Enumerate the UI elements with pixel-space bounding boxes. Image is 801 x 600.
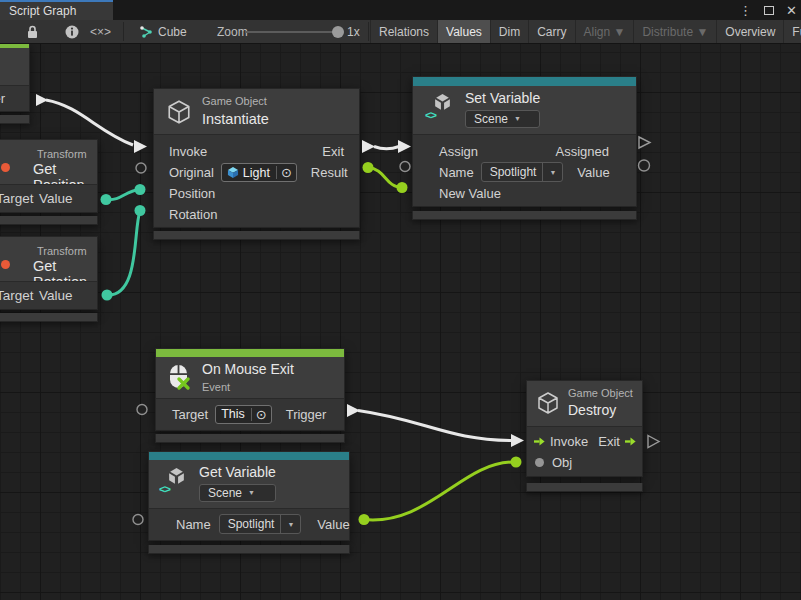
node-title: Get Variable xyxy=(199,464,276,482)
maximize-icon[interactable] xyxy=(764,6,774,15)
node-footer xyxy=(526,483,643,492)
node-category: Game Object xyxy=(568,387,633,400)
name-input-port[interactable] xyxy=(400,162,410,172)
name-input-port[interactable] xyxy=(133,515,143,525)
value-output-label: Value xyxy=(39,288,73,303)
toolbar-button-fullscreen[interactable]: Full Screen xyxy=(783,20,801,43)
node-row: Trigger xyxy=(0,85,29,111)
rotation-input-port[interactable] xyxy=(135,205,146,216)
node-get-rotation[interactable]: Transform Get Rotation Target Value xyxy=(0,236,98,322)
node-destroy[interactable]: Game Object Destroy Invoke Exit xyxy=(526,380,643,492)
result-output-label: Result xyxy=(311,165,348,180)
trigger-output-label: Trigger xyxy=(286,407,327,422)
node-title: On Mouse Exit xyxy=(202,361,294,379)
node-row: Assign Assigned xyxy=(413,141,636,162)
node-header: Transform Get Rotation xyxy=(0,237,97,281)
node-row: Rotation xyxy=(154,204,359,225)
game-object-cube-icon xyxy=(536,391,560,415)
variable-name-dropdown[interactable]: Spotlight ▼ xyxy=(219,514,302,534)
position-input-port[interactable] xyxy=(135,184,146,195)
node-footer xyxy=(412,211,637,220)
variable-scope-dropdown[interactable]: Scene ▼ xyxy=(465,110,540,128)
object-field-this[interactable]: This ⊙ xyxy=(215,405,272,424)
toolbar-button-carry[interactable]: Carry xyxy=(528,20,574,43)
node-event-fragment[interactable]: Trigger xyxy=(0,44,30,124)
toolbar-button-relations[interactable]: Relations xyxy=(370,20,437,43)
graph-canvas[interactable]: Trigger Transform Get Position Target Va… xyxy=(0,44,801,600)
game-object-cube-icon xyxy=(166,99,192,125)
graph-name[interactable]: Cube xyxy=(158,20,187,43)
trigger-output-label: Trigger xyxy=(0,91,5,106)
toolbar-button-values[interactable]: Values xyxy=(437,20,490,43)
invoke-input-label: Invoke xyxy=(169,144,207,159)
zoom-slider-track[interactable] xyxy=(245,31,335,33)
node-on-mouse-exit[interactable]: On Mouse Exit Event Target This ⊙ Trigge… xyxy=(155,348,345,443)
exit-output-port[interactable] xyxy=(648,436,659,448)
zoom-slider-handle[interactable] xyxy=(332,26,344,38)
target-input-label: Target xyxy=(0,288,34,303)
exit-output-label: Exit xyxy=(322,144,344,159)
obj-input-port[interactable] xyxy=(511,457,522,468)
code-view-icon[interactable]: <×> xyxy=(90,20,111,43)
original-input-label: Original xyxy=(169,165,214,180)
node-set-variable[interactable]: <> Set Variable Scene ▼ Assign Assigned xyxy=(412,76,637,220)
toolbar-button-align[interactable]: Align ▼ xyxy=(575,20,634,43)
toolbar-button-distribute[interactable]: Distribute ▼ xyxy=(633,20,716,43)
close-icon[interactable]: ✕ xyxy=(786,4,797,17)
transform-type-icon xyxy=(1,163,10,172)
transform-type-icon xyxy=(1,260,10,269)
value-output-port[interactable] xyxy=(102,290,113,301)
new-value-input-port[interactable] xyxy=(397,182,408,193)
tab-title: Script Graph xyxy=(9,4,76,18)
zoom-label: Zoom xyxy=(217,20,248,43)
value-output-port[interactable] xyxy=(639,160,650,171)
node-instantiate[interactable]: Game Object Instantiate Invoke Exit Orig… xyxy=(153,88,360,240)
result-output-port[interactable] xyxy=(363,162,374,173)
trigger-output-port[interactable] xyxy=(36,94,48,106)
node-category: Transform xyxy=(37,148,87,160)
tab-script-graph[interactable]: Script Graph xyxy=(0,0,113,20)
variable-name-dropdown[interactable]: Spotlight ▼ xyxy=(481,162,564,182)
invoke-input-port[interactable] xyxy=(134,140,147,153)
info-icon[interactable] xyxy=(65,20,79,43)
exit-output-port[interactable] xyxy=(362,140,375,153)
object-field-light[interactable]: Light ⊙ xyxy=(221,163,297,182)
wire-trigger-to-destroy-invoke[interactable] xyxy=(347,404,524,447)
value-output-port[interactable] xyxy=(101,194,112,205)
trigger-output-port[interactable] xyxy=(347,404,360,417)
wire-position-value[interactable] xyxy=(101,184,146,205)
game-object-icon xyxy=(227,166,239,179)
value-output-label: Value xyxy=(39,191,73,206)
assigned-output-port[interactable] xyxy=(639,137,650,148)
invoke-input-label: Invoke xyxy=(550,434,588,449)
assign-input-port[interactable] xyxy=(398,140,411,153)
target-input-port[interactable] xyxy=(137,405,147,415)
invoke-input-port[interactable] xyxy=(511,434,524,447)
mouse-event-icon xyxy=(166,363,192,391)
wire-exit-to-assign[interactable] xyxy=(362,140,411,153)
node-footer xyxy=(148,545,350,554)
node-header: Game Object Destroy xyxy=(527,381,642,426)
node-row: Name Spotlight ▼ Value xyxy=(413,162,636,183)
node-title: Destroy xyxy=(568,402,633,420)
node-get-position[interactable]: Transform Get Position Target Value xyxy=(0,139,98,225)
variable-scope-dropdown[interactable]: Scene ▼ xyxy=(199,484,276,502)
graph-icon xyxy=(139,20,154,43)
wire-result-to-new-value[interactable] xyxy=(363,162,408,193)
variable-kind-icon: <> xyxy=(425,109,436,121)
value-output-port[interactable] xyxy=(359,514,370,525)
original-input-port[interactable] xyxy=(136,163,146,173)
object-picker-icon[interactable]: ⊙ xyxy=(276,166,296,179)
kebab-menu-icon[interactable]: ⋮ xyxy=(739,4,752,17)
target-input-label: Target xyxy=(172,407,208,422)
lock-icon[interactable] xyxy=(26,20,39,43)
toolbar-button-overview[interactable]: Overview xyxy=(716,20,783,43)
toolbar-separator xyxy=(123,22,124,41)
wire-rotation-value[interactable] xyxy=(102,205,146,301)
toolbar-button-dim[interactable]: Dim xyxy=(490,20,528,43)
wire-value-to-obj[interactable] xyxy=(359,457,522,526)
object-picker-icon[interactable]: ⊙ xyxy=(251,408,271,421)
node-get-variable[interactable]: <> Get Variable Scene ▼ Name Spotlight ▼ xyxy=(148,451,350,554)
target-input-label: Target xyxy=(0,191,34,206)
flow-arrow-icon xyxy=(534,436,545,447)
